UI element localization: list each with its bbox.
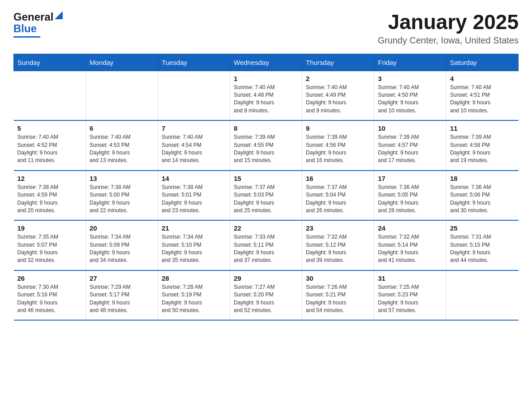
calendar-cell: 16Sunrise: 7:37 AM Sunset: 5:04 PM Dayli… [302, 171, 374, 221]
header-friday: Friday [374, 54, 446, 71]
day-info: Sunrise: 7:36 AM Sunset: 5:05 PM Dayligh… [378, 184, 442, 215]
calendar-cell: 1Sunrise: 7:40 AM Sunset: 4:48 PM Daylig… [230, 71, 302, 120]
day-number: 23 [306, 224, 370, 232]
calendar-cell: 10Sunrise: 7:39 AM Sunset: 4:57 PM Dayli… [374, 120, 446, 171]
day-number: 22 [234, 224, 298, 232]
day-info: Sunrise: 7:25 AM Sunset: 5:23 PM Dayligh… [378, 283, 442, 315]
calendar-cell: 21Sunrise: 7:34 AM Sunset: 5:10 PM Dayli… [158, 220, 230, 270]
day-number: 9 [306, 124, 370, 132]
header-thursday: Thursday [302, 54, 374, 71]
day-info: Sunrise: 7:40 AM Sunset: 4:50 PM Dayligh… [378, 84, 442, 115]
day-number: 26 [17, 274, 82, 282]
day-number: 6 [90, 124, 154, 132]
day-info: Sunrise: 7:39 AM Sunset: 4:56 PM Dayligh… [306, 133, 370, 165]
weekday-header-row: SundayMondayTuesdayWednesdayThursdayFrid… [14, 54, 519, 71]
calendar-cell: 20Sunrise: 7:34 AM Sunset: 5:09 PM Dayli… [86, 220, 158, 270]
day-number: 2 [306, 75, 370, 82]
calendar-cell: 13Sunrise: 7:38 AM Sunset: 5:00 PM Dayli… [86, 171, 158, 221]
calendar-cell: 7Sunrise: 7:40 AM Sunset: 4:54 PM Daylig… [158, 120, 230, 171]
day-info: Sunrise: 7:40 AM Sunset: 4:51 PM Dayligh… [450, 84, 515, 115]
week-row-1: 1Sunrise: 7:40 AM Sunset: 4:48 PM Daylig… [14, 71, 519, 120]
day-info: Sunrise: 7:31 AM Sunset: 5:15 PM Dayligh… [450, 233, 515, 265]
day-number: 25 [450, 224, 515, 232]
calendar-cell: 11Sunrise: 7:39 AM Sunset: 4:58 PM Dayli… [446, 120, 519, 171]
day-number: 14 [162, 175, 226, 182]
day-info: Sunrise: 7:32 AM Sunset: 5:12 PM Dayligh… [306, 233, 370, 265]
svg-marker-0 [55, 11, 63, 19]
day-info: Sunrise: 7:39 AM Sunset: 4:55 PM Dayligh… [234, 133, 298, 165]
calendar-cell: 29Sunrise: 7:27 AM Sunset: 5:20 PM Dayli… [230, 270, 302, 321]
logo: General Blue [13, 11, 63, 38]
day-info: Sunrise: 7:32 AM Sunset: 5:14 PM Dayligh… [378, 233, 442, 265]
day-number: 27 [90, 274, 154, 282]
calendar-cell: 26Sunrise: 7:30 AM Sunset: 5:16 PM Dayli… [14, 270, 86, 321]
calendar-cell: 9Sunrise: 7:39 AM Sunset: 4:56 PM Daylig… [302, 120, 374, 171]
calendar-cell [14, 71, 86, 120]
day-info: Sunrise: 7:40 AM Sunset: 4:53 PM Dayligh… [90, 133, 154, 165]
day-number: 12 [17, 175, 82, 182]
day-info: Sunrise: 7:28 AM Sunset: 5:19 PM Dayligh… [162, 283, 226, 315]
calendar-cell: 31Sunrise: 7:25 AM Sunset: 5:23 PM Dayli… [374, 270, 446, 321]
day-info: Sunrise: 7:35 AM Sunset: 5:07 PM Dayligh… [17, 233, 82, 265]
calendar-cell: 15Sunrise: 7:37 AM Sunset: 5:03 PM Dayli… [230, 171, 302, 221]
logo-triangle-icon [55, 11, 63, 19]
header-sunday: Sunday [14, 54, 86, 71]
day-number: 21 [162, 224, 226, 232]
calendar-cell [446, 270, 519, 321]
calendar-cell: 25Sunrise: 7:31 AM Sunset: 5:15 PM Dayli… [446, 220, 519, 270]
calendar-cell: 12Sunrise: 7:38 AM Sunset: 4:59 PM Dayli… [14, 171, 86, 221]
day-number: 8 [234, 124, 298, 132]
header-monday: Monday [86, 54, 158, 71]
calendar-table: SundayMondayTuesdayWednesdayThursdayFrid… [13, 54, 519, 321]
header-tuesday: Tuesday [158, 54, 230, 71]
day-info: Sunrise: 7:40 AM Sunset: 4:54 PM Dayligh… [162, 133, 226, 165]
calendar-cell: 28Sunrise: 7:28 AM Sunset: 5:19 PM Dayli… [158, 270, 230, 321]
day-number: 28 [162, 274, 226, 282]
day-info: Sunrise: 7:40 AM Sunset: 4:52 PM Dayligh… [17, 133, 82, 165]
calendar-cell: 27Sunrise: 7:29 AM Sunset: 5:17 PM Dayli… [86, 270, 158, 321]
calendar-subtitle: Grundy Center, Iowa, United States [378, 35, 519, 46]
day-number: 20 [90, 224, 154, 232]
calendar-cell [158, 71, 230, 120]
week-row-5: 26Sunrise: 7:30 AM Sunset: 5:16 PM Dayli… [14, 270, 519, 321]
day-info: Sunrise: 7:36 AM Sunset: 5:06 PM Dayligh… [450, 184, 515, 215]
day-info: Sunrise: 7:29 AM Sunset: 5:17 PM Dayligh… [90, 283, 154, 315]
calendar-cell [86, 71, 158, 120]
header-wednesday: Wednesday [230, 54, 302, 71]
calendar-title: January 2025 [378, 11, 519, 34]
calendar-cell: 4Sunrise: 7:40 AM Sunset: 4:51 PM Daylig… [446, 71, 519, 120]
day-info: Sunrise: 7:40 AM Sunset: 4:49 PM Dayligh… [306, 84, 370, 115]
day-number: 15 [234, 175, 298, 182]
calendar-cell: 24Sunrise: 7:32 AM Sunset: 5:14 PM Dayli… [374, 220, 446, 270]
header-saturday: Saturday [446, 54, 519, 71]
page-header: General Blue January 2025 Grundy Center,… [13, 11, 519, 46]
day-info: Sunrise: 7:33 AM Sunset: 5:11 PM Dayligh… [234, 233, 298, 265]
day-info: Sunrise: 7:34 AM Sunset: 5:09 PM Dayligh… [90, 233, 154, 265]
title-section: January 2025 Grundy Center, Iowa, United… [378, 11, 519, 46]
calendar-cell: 2Sunrise: 7:40 AM Sunset: 4:49 PM Daylig… [302, 71, 374, 120]
calendar-cell: 5Sunrise: 7:40 AM Sunset: 4:52 PM Daylig… [14, 120, 86, 171]
day-info: Sunrise: 7:26 AM Sunset: 5:21 PM Dayligh… [306, 283, 370, 315]
day-number: 30 [306, 274, 370, 282]
day-number: 3 [378, 75, 442, 82]
day-number: 16 [306, 175, 370, 182]
day-number: 5 [17, 124, 82, 132]
day-number: 18 [450, 175, 515, 182]
day-number: 17 [378, 175, 442, 182]
day-number: 11 [450, 124, 515, 132]
day-info: Sunrise: 7:39 AM Sunset: 4:58 PM Dayligh… [450, 133, 515, 165]
calendar-cell: 19Sunrise: 7:35 AM Sunset: 5:07 PM Dayli… [14, 220, 86, 270]
day-number: 4 [450, 75, 515, 82]
calendar-cell: 18Sunrise: 7:36 AM Sunset: 5:06 PM Dayli… [446, 171, 519, 221]
day-info: Sunrise: 7:38 AM Sunset: 5:01 PM Dayligh… [162, 184, 226, 215]
day-number: 19 [17, 224, 82, 232]
logo-blue-text: Blue [13, 22, 37, 34]
day-number: 24 [378, 224, 442, 232]
calendar-cell: 17Sunrise: 7:36 AM Sunset: 5:05 PM Dayli… [374, 171, 446, 221]
calendar-cell: 6Sunrise: 7:40 AM Sunset: 4:53 PM Daylig… [86, 120, 158, 171]
day-info: Sunrise: 7:38 AM Sunset: 5:00 PM Dayligh… [90, 184, 154, 215]
week-row-4: 19Sunrise: 7:35 AM Sunset: 5:07 PM Dayli… [14, 220, 519, 270]
week-row-3: 12Sunrise: 7:38 AM Sunset: 4:59 PM Dayli… [14, 171, 519, 221]
day-info: Sunrise: 7:38 AM Sunset: 4:59 PM Dayligh… [17, 184, 82, 215]
calendar-cell: 30Sunrise: 7:26 AM Sunset: 5:21 PM Dayli… [302, 270, 374, 321]
